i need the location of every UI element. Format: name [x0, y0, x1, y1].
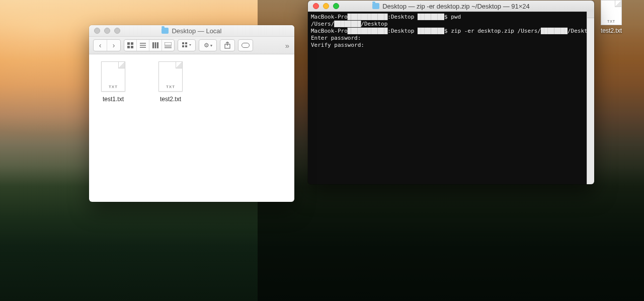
finder-content-area[interactable]: TXTtest1.txtTXTtest2.txt [89, 54, 294, 110]
svg-rect-16 [185, 45, 187, 47]
txt-file-icon: TXT [158, 61, 183, 92]
terminal-title: Desktop — zip -er desktop.zip ~/Desktop … [382, 3, 530, 10]
finder-title-folder: Desktop [172, 27, 196, 35]
finder-window[interactable]: Desktop — Local ‹ › [89, 25, 294, 202]
terminal-scrollbar[interactable] [587, 12, 594, 184]
forward-button[interactable]: › [107, 40, 120, 51]
chevron-right-icon: › [113, 42, 115, 49]
file-ext-label: TXT [601, 20, 621, 23]
close-button-inactive[interactable] [94, 28, 100, 34]
list-icon [140, 42, 146, 48]
column-view-button[interactable] [149, 40, 162, 51]
share-icon [224, 42, 230, 49]
action-button[interactable]: ⚙︎▾ [199, 40, 216, 51]
icon-view-button[interactable] [124, 40, 136, 51]
file-ext-label: TXT [102, 85, 125, 89]
svg-rect-1 [131, 42, 133, 45]
arrange-button-group [178, 39, 196, 51]
columns-icon [152, 42, 158, 48]
terminal-titlebar[interactable]: Desktop — zip -er desktop.zip ~/Desktop … [308, 1, 594, 12]
toolbar-overflow-button[interactable]: » [285, 41, 290, 50]
nav-buttons: ‹ › [93, 39, 121, 51]
svg-rect-8 [155, 42, 156, 48]
svg-rect-15 [182, 45, 184, 47]
file-name-label: test2.txt [160, 96, 181, 103]
svg-rect-14 [185, 42, 187, 44]
tags-button[interactable] [238, 39, 253, 51]
arrange-icon [182, 42, 191, 48]
chevron-left-icon: ‹ [99, 42, 102, 49]
file-item[interactable]: TXTtest1.txt [98, 61, 128, 103]
zoom-button-inactive[interactable] [114, 28, 120, 34]
finder-toolbar: ‹ › ⚙︎▾ [89, 37, 294, 54]
folder-icon [162, 28, 169, 34]
txt-file-icon: TXT [601, 0, 622, 25]
coverflow-view-button[interactable] [162, 40, 174, 51]
chevron-down-icon: ▾ [210, 43, 212, 48]
finder-titlebar[interactable]: Desktop — Local [89, 25, 294, 37]
close-button[interactable] [313, 3, 319, 9]
svg-rect-13 [182, 42, 184, 44]
desktop-file-item[interactable]: TXT test2.txt [594, 0, 629, 34]
grid-icon [127, 42, 133, 48]
minimize-button-inactive[interactable] [104, 28, 110, 34]
minimize-button[interactable] [323, 3, 329, 9]
view-buttons [124, 39, 175, 51]
share-button[interactable] [220, 39, 235, 51]
svg-rect-2 [127, 46, 130, 48]
file-ext-label: TXT [159, 85, 182, 89]
finder-title-suffix: — Local [196, 27, 221, 35]
folder-icon [372, 3, 379, 9]
arrange-button[interactable] [178, 40, 195, 51]
svg-rect-3 [131, 46, 133, 48]
list-view-button[interactable] [136, 40, 149, 51]
chevron-double-right-icon: » [285, 41, 289, 50]
txt-file-icon: TXT [101, 61, 125, 92]
svg-rect-10 [165, 42, 172, 45]
file-name-label: test1.txt [103, 96, 124, 103]
svg-rect-9 [157, 42, 158, 48]
back-button[interactable]: ‹ [94, 40, 107, 51]
svg-rect-19 [242, 43, 250, 48]
desktop-file-label: test2.txt [601, 27, 622, 34]
svg-rect-0 [127, 42, 130, 45]
svg-rect-7 [152, 42, 154, 48]
gear-icon: ⚙︎ [204, 42, 209, 49]
action-button-group: ⚙︎▾ [199, 39, 217, 51]
coverflow-icon [165, 42, 172, 48]
zoom-button[interactable] [333, 3, 339, 9]
terminal-window[interactable]: Desktop — zip -er desktop.zip ~/Desktop … [308, 1, 594, 184]
terminal-output[interactable]: MacBook-Pro████████████:Desktop ████████… [308, 12, 587, 184]
tag-icon [242, 43, 250, 48]
file-item[interactable]: TXTtest2.txt [155, 61, 186, 103]
